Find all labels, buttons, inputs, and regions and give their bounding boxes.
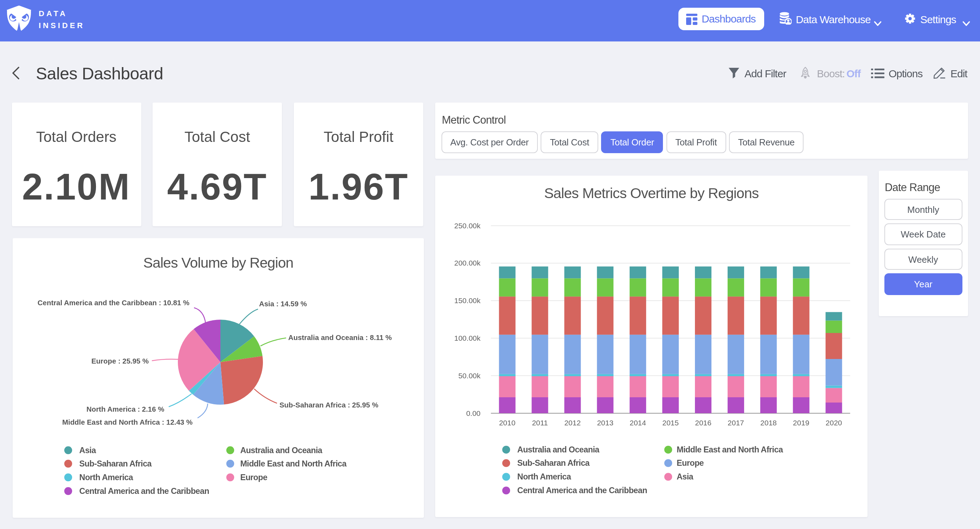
svg-text:50.00k: 50.00k [458, 372, 480, 380]
svg-text:150.00k: 150.00k [454, 297, 480, 305]
svg-text:Sub-Saharan Africa: Sub-Saharan Africa [517, 459, 590, 468]
svg-text:2018: 2018 [760, 419, 776, 427]
svg-text:2011: 2011 [531, 419, 547, 427]
svg-text:2012: 2012 [564, 419, 580, 427]
svg-text:Sub-Saharan Africa : 25.95 %: Sub-Saharan Africa : 25.95 % [279, 401, 378, 408]
svg-text:2013: 2013 [597, 419, 613, 427]
svg-text:Asia: Asia [79, 445, 96, 454]
svg-text:250.00k: 250.00k [454, 222, 480, 230]
svg-text:North America: North America [79, 472, 133, 481]
svg-text:0.00: 0.00 [466, 409, 480, 417]
svg-text:Australia and Oceania: Australia and Oceania [240, 445, 322, 454]
svg-text:Australia and Oceania: Australia and Oceania [517, 445, 600, 454]
svg-text:Europe: Europe [240, 472, 267, 481]
svg-text:North America : 2.16 %: North America : 2.16 % [86, 405, 164, 413]
svg-text:Asia : 14.59 %: Asia : 14.59 % [259, 300, 307, 307]
svg-text:2014: 2014 [629, 419, 646, 427]
svg-text:Sub-Saharan Africa: Sub-Saharan Africa [79, 459, 152, 468]
svg-text:Central America and the Caribb: Central America and the Caribbean [517, 486, 647, 495]
svg-text:Middle East and North Africa :: Middle East and North Africa : 12.43 % [62, 418, 192, 426]
svg-text:2020: 2020 [825, 419, 842, 427]
svg-text:Asia: Asia [676, 472, 694, 481]
svg-text:2015: 2015 [662, 419, 678, 427]
svg-text:North America: North America [517, 472, 571, 481]
svg-text:Middle East and North Africa: Middle East and North Africa [676, 445, 783, 454]
svg-text:Europe: Europe [676, 459, 704, 468]
svg-text:Sales Volume by Region: Sales Volume by Region [143, 254, 293, 270]
svg-text:100.00k: 100.00k [454, 334, 480, 343]
svg-text:Sales Metrics Overtime by Regi: Sales Metrics Overtime by Regions [544, 186, 759, 202]
svg-text:Europe : 25.95 %: Europe : 25.95 % [91, 357, 148, 365]
svg-text:2010: 2010 [499, 419, 515, 427]
svg-text:Middle East and North Africa: Middle East and North Africa [240, 459, 347, 468]
svg-text:Central America and the Caribb: Central America and the Caribbean : 10.8… [37, 299, 189, 306]
svg-text:Australia and Oceania : 8.11 %: Australia and Oceania : 8.11 % [288, 334, 391, 341]
svg-text:2019: 2019 [793, 419, 809, 427]
svg-text:2016: 2016 [695, 419, 711, 427]
svg-text:200.00k: 200.00k [454, 259, 480, 267]
svg-text:2017: 2017 [727, 419, 744, 427]
svg-text:Central America and the Caribb: Central America and the Caribbean [79, 486, 209, 495]
